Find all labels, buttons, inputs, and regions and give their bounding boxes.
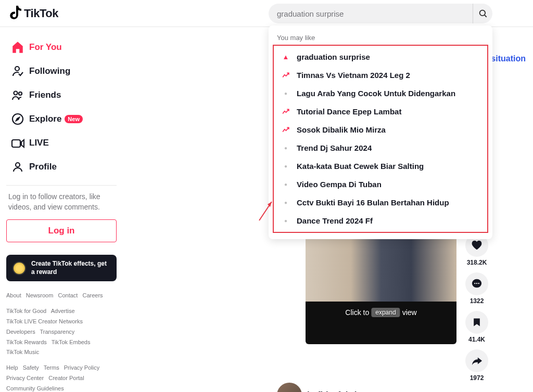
- trend-icon: [281, 126, 290, 134]
- nav-for-you[interactable]: For You: [6, 35, 117, 59]
- username[interactable]: hafidz_febri: [307, 390, 357, 392]
- save-button[interactable]: [465, 311, 488, 334]
- dot-icon: ●: [281, 218, 290, 224]
- bookmark-icon: [472, 317, 482, 328]
- search-suggestions: You may like ▲graduation surprise Timnas…: [269, 25, 492, 239]
- svg-point-14: [476, 283, 477, 284]
- svg-line-1: [484, 15, 486, 17]
- footer-link[interactable]: Developers: [6, 329, 35, 335]
- effects-card[interactable]: Create TikTok effects, get a reward: [6, 255, 117, 281]
- svg-point-11: [16, 163, 20, 167]
- coin-icon: [12, 262, 26, 275]
- suggest-item[interactable]: ▲graduation surprise: [274, 48, 487, 66]
- suggest-item[interactable]: ●Kata-kata Buat Cewek Biar Salting: [274, 157, 487, 175]
- live-icon: [10, 136, 25, 150]
- suggest-item[interactable]: Timnas Vs Vietnam 2024 Leg 2: [274, 66, 487, 84]
- search-container: You may like ▲graduation surprise Timnas…: [269, 4, 492, 23]
- footer-link[interactable]: TikTok Music: [6, 349, 39, 355]
- expand-pill: expand: [371, 308, 400, 317]
- video-post: Click to expand view: [306, 235, 472, 344]
- suggest-item[interactable]: ●Dance Trend 2024 Ff: [274, 212, 487, 230]
- suggest-item[interactable]: ●Lagu Arab Yang Cocok Untuk Didengarkan: [274, 84, 487, 102]
- footer-link[interactable]: Privacy Policy: [64, 364, 99, 371]
- nav-explore[interactable]: Explore New: [6, 107, 117, 131]
- divider: [6, 185, 117, 186]
- annotation-arrow-icon: [256, 198, 277, 224]
- dot-icon: ●: [281, 181, 290, 187]
- video-thumbnail[interactable]: Click to expand view: [306, 235, 456, 344]
- footer-link[interactable]: TikTok Embeds: [52, 339, 91, 345]
- trend-icon: [281, 72, 290, 79]
- comment-icon: [471, 278, 483, 290]
- new-badge: New: [65, 115, 83, 123]
- expand-hint: Click to expand view: [345, 308, 416, 317]
- post-author-row: hafidz_febri fidzzaann: [277, 383, 391, 392]
- login-hint: Log in to follow creators, like videos, …: [6, 192, 117, 219]
- nav-profile[interactable]: Profile: [6, 155, 117, 179]
- action-bar: 318.2K 1322 41.4K 1972: [465, 234, 488, 382]
- trending-link[interactable]: situation: [491, 54, 526, 63]
- share-count: 1972: [470, 374, 484, 382]
- svg-point-15: [478, 283, 479, 284]
- footer-link[interactable]: TikTok Rewards: [6, 339, 47, 345]
- footer-link[interactable]: TikTok for Good: [6, 308, 46, 314]
- brand-name: TikTok: [24, 7, 58, 20]
- svg-rect-9: [12, 140, 20, 147]
- like-count: 318.2K: [467, 259, 487, 266]
- search-button[interactable]: [473, 4, 492, 23]
- dot-icon: ●: [281, 163, 290, 169]
- footer-link[interactable]: TikTok LIVE Creator Networks: [6, 318, 83, 324]
- top-header: TikTok You may like ▲graduation surprise…: [0, 0, 533, 27]
- footer-link[interactable]: Terms: [44, 364, 59, 371]
- footer-link[interactable]: Contact: [58, 292, 78, 298]
- person-icon: [10, 160, 25, 174]
- share-button[interactable]: [465, 349, 488, 372]
- comment-count: 1322: [470, 297, 484, 305]
- svg-marker-8: [16, 117, 19, 121]
- avatar[interactable]: [277, 383, 302, 392]
- suggest-item[interactable]: ●Trend Dj Sahur 2024: [274, 139, 487, 157]
- suggest-item[interactable]: Tutorial Dance Epep Lambat: [274, 102, 487, 121]
- search-input[interactable]: [277, 9, 473, 18]
- svg-point-13: [474, 283, 475, 284]
- save-count: 41.4K: [468, 336, 485, 343]
- search-icon: [478, 9, 488, 18]
- footer-link[interactable]: Transparency: [40, 329, 75, 335]
- main-nav: For You Following Friends Explore New LI…: [6, 35, 117, 179]
- footer-link[interactable]: Safety: [23, 364, 39, 371]
- effects-text: Create TikTok effects, get a reward: [31, 260, 110, 276]
- svg-point-4: [15, 67, 19, 71]
- nav-live[interactable]: LIVE: [6, 131, 117, 155]
- footer-link[interactable]: Advertise: [51, 308, 75, 314]
- footer-link[interactable]: About: [6, 292, 21, 298]
- suggest-item[interactable]: ●Cctv Bukti Bayi 16 Bulan Bertahan Hidup: [274, 193, 487, 212]
- arrow-up-icon: ▲: [281, 53, 290, 61]
- comment-button[interactable]: [465, 272, 488, 295]
- search-bar: [269, 4, 492, 23]
- footer-link[interactable]: Newsroom: [26, 292, 54, 298]
- footer-link[interactable]: Privacy Center: [6, 375, 44, 381]
- video-image: [306, 235, 456, 302]
- footer-link[interactable]: Help: [6, 364, 18, 371]
- suggest-item[interactable]: ●Video Gempa Di Tuban: [274, 175, 487, 193]
- svg-point-6: [19, 92, 22, 95]
- tiktok-note-icon: [8, 6, 22, 21]
- footer-link[interactable]: Creator Portal: [48, 375, 84, 381]
- people-icon: [10, 88, 25, 102]
- tiktok-logo[interactable]: TikTok: [8, 6, 58, 21]
- home-icon: [10, 40, 25, 55]
- nav-following[interactable]: Following: [6, 59, 117, 83]
- footer-link[interactable]: Community Guidelines: [6, 385, 64, 391]
- footer-link[interactable]: Careers: [82, 292, 103, 298]
- person-check-icon: [10, 64, 25, 79]
- compass-icon: [10, 112, 25, 126]
- nav-friends[interactable]: Friends: [6, 83, 117, 107]
- svg-point-5: [14, 92, 18, 95]
- suggest-item[interactable]: Sosok Dibalik Mio Mirza: [274, 121, 487, 139]
- svg-point-0: [479, 10, 485, 16]
- login-button[interactable]: Log in: [6, 219, 117, 242]
- footer-links: About Newsroom Contact Careers TikTok fo…: [6, 291, 117, 392]
- suggest-heading: You may like: [269, 30, 492, 45]
- trend-icon: [281, 108, 290, 115]
- svg-marker-10: [21, 140, 24, 147]
